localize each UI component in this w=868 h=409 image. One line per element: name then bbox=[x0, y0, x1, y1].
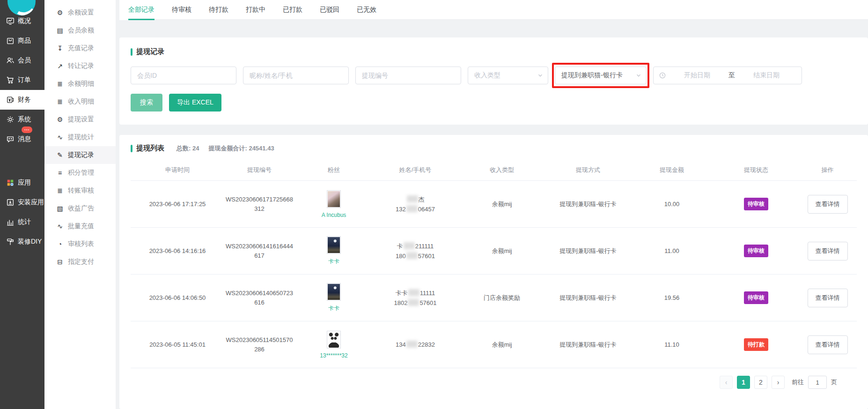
table-row: 2023-06-06 14:16:16WS2023060614161644461… bbox=[131, 228, 857, 275]
tab-pending-review[interactable]: 待审核 bbox=[172, 0, 191, 19]
cell-status: 待审核 bbox=[714, 291, 798, 304]
next-page-button[interactable]: › bbox=[772, 376, 785, 389]
cell-action: 查看详情 bbox=[798, 195, 857, 214]
tab-pending-pay[interactable]: 待打款 bbox=[209, 0, 228, 19]
tab-all-records[interactable]: 全部记录 bbox=[128, 0, 154, 19]
cell-apply-time: 2023-06-05 11:45:01 bbox=[131, 341, 224, 348]
page-button-2[interactable]: 2 bbox=[754, 376, 767, 389]
cell-status: 待打款 bbox=[714, 338, 798, 351]
submenu-item-revenue-ads[interactable]: ▧收益广告 bbox=[44, 200, 116, 217]
view-detail-button[interactable]: 查看详情 bbox=[808, 289, 848, 307]
submenu-item-withdraw-settings[interactable]: ⚙提现设置 bbox=[44, 111, 116, 128]
rail-item-goods[interactable]: 商品 bbox=[0, 31, 44, 51]
rail-item-members[interactable]: 会员 bbox=[0, 51, 44, 70]
submenu-item-balance-settings[interactable]: ⚙余额设置 bbox=[44, 4, 116, 22]
withdraw-method-select[interactable]: 提现到兼职猫-银行卡 bbox=[555, 67, 647, 84]
document-icon: ≣ bbox=[56, 187, 64, 194]
view-detail-button[interactable]: 查看详情 bbox=[808, 335, 848, 354]
fan-name-link[interactable]: 卡卡 bbox=[294, 258, 373, 266]
document-icon: ≣ bbox=[56, 81, 64, 87]
finance-submenu: ⚙余额设置▤会员余额↧充值记录↗转让记录≣余额明细≣收入明细⚙提现设置∿提现统计… bbox=[44, 0, 116, 409]
submenu-item-points-manage[interactable]: ≡积分管理 bbox=[44, 164, 116, 182]
submenu-item-withdraw-stats[interactable]: ∿提现统计 bbox=[44, 128, 116, 146]
page-unit-label: 页 bbox=[831, 378, 837, 387]
rail-item-decorate-diy[interactable]: 装修DIY bbox=[0, 232, 44, 252]
status-tabs: 全部记录待审核待打款打款中已打款已驳回已无效 bbox=[128, 0, 868, 20]
tab-invalid[interactable]: 已无效 bbox=[357, 0, 376, 19]
withdraw-no-input[interactable] bbox=[355, 67, 461, 84]
list-card: 提现列表 总数: 24 提现金额合计: 24541.43 申请时间提现编号粉丝姓… bbox=[119, 135, 868, 409]
submenu-item-batch-recharge[interactable]: ∿批量充值 bbox=[44, 217, 116, 235]
line-chart-icon: ∿ bbox=[56, 223, 64, 230]
fan-name-link[interactable]: 卡卡 bbox=[294, 305, 373, 312]
list-summary: 总数: 24 提现金额合计: 24541.43 bbox=[177, 144, 274, 153]
rail-item-stats[interactable]: 统计 bbox=[0, 212, 44, 232]
member-id-input[interactable] bbox=[131, 67, 236, 84]
main-content: 全部记录待审核待打款打款中已打款已驳回已无效 提现记录 收入类型 提现到兼职猫-… bbox=[116, 0, 868, 409]
rail-item-label: 概况 bbox=[18, 17, 31, 25]
table-row: 2023-06-06 17:17:25WS2023060617172566831… bbox=[131, 181, 857, 228]
page-button-1[interactable]: 1 bbox=[737, 376, 750, 389]
submenu-item-member-balance[interactable]: ▤会员余额 bbox=[44, 22, 116, 39]
column-header: 提现方式 bbox=[546, 166, 630, 174]
rail-item-apps[interactable]: 应用 bbox=[0, 173, 44, 193]
pagination: ‹ 12 › 前往 页 bbox=[131, 368, 857, 395]
users-icon bbox=[6, 56, 15, 65]
app-root: 概况商品会员订单财务系统消息...应用安装应用统计装修DIY ⚙余额设置▤会员余… bbox=[0, 0, 868, 409]
rail-item-install-apps[interactable]: 安装应用 bbox=[0, 193, 44, 212]
submenu-item-balance-detail[interactable]: ≣余额明细 bbox=[44, 75, 116, 93]
tab-paying[interactable]: 打款中 bbox=[246, 0, 265, 19]
rail-item-finance[interactable]: 财务 bbox=[0, 90, 44, 110]
document-icon: ≣ bbox=[56, 98, 64, 105]
submenu-item-withdraw-records[interactable]: ✎提现记录 bbox=[44, 146, 116, 164]
cell-fan: 13*******32 bbox=[294, 331, 373, 359]
submenu-item-transfer-records[interactable]: ↗转让记录 bbox=[44, 57, 116, 75]
view-detail-button[interactable]: 查看详情 bbox=[808, 195, 848, 214]
blurred-text bbox=[407, 195, 418, 202]
table-header-row: 申请时间提现编号粉丝姓名/手机号收入类型提现方式提现金额提现状态操作 bbox=[131, 159, 857, 181]
rail-item-system[interactable]: 系统 bbox=[0, 110, 44, 129]
nickname-input[interactable] bbox=[243, 67, 349, 84]
submenu-item-assigned-payment[interactable]: ⊟指定支付 bbox=[44, 253, 116, 271]
end-date-placeholder: 结束日期 bbox=[737, 71, 796, 80]
cell-withdraw-method: 提现到兼职猫-银行卡 bbox=[546, 247, 630, 255]
submenu-item-label: 充值记录 bbox=[68, 44, 94, 52]
minus-square-icon: ⊟ bbox=[56, 259, 64, 265]
install-box-icon bbox=[6, 198, 15, 207]
view-detail-button[interactable]: 查看详情 bbox=[808, 242, 848, 260]
submenu-item-label: 批量充值 bbox=[68, 222, 94, 231]
submenu-item-recharge-records[interactable]: ↧充值记录 bbox=[44, 39, 116, 57]
cell-name-phone: 卡卡11111180257601 bbox=[373, 288, 457, 308]
rail-item-messages[interactable]: 消息... bbox=[0, 129, 44, 149]
title-accent-bar bbox=[131, 48, 132, 56]
tab-rejected[interactable]: 已驳回 bbox=[320, 0, 339, 19]
rail-item-label: 订单 bbox=[18, 76, 31, 84]
masked-name: 卡211111 bbox=[373, 241, 457, 251]
fan-name-link[interactable]: A Incubus bbox=[294, 212, 373, 218]
paint-roller-icon bbox=[6, 238, 15, 246]
cell-withdraw-method: 提现到兼职猫-银行卡 bbox=[546, 341, 630, 349]
clock-icon bbox=[659, 72, 666, 79]
submenu-item-income-detail[interactable]: ≣收入明细 bbox=[44, 93, 116, 111]
blurred-text bbox=[404, 242, 415, 249]
fan-name-link[interactable]: 13*******32 bbox=[294, 352, 373, 359]
search-button[interactable]: 搜索 bbox=[131, 94, 162, 112]
income-type-select[interactable]: 收入类型 bbox=[468, 67, 548, 84]
cell-status: 待审核 bbox=[714, 245, 798, 257]
rail-item-orders[interactable]: 订单 bbox=[0, 70, 44, 90]
bar-chart-icon bbox=[6, 218, 15, 226]
page-numbers: 12 bbox=[737, 376, 767, 389]
masked-name: 杰 bbox=[373, 194, 457, 204]
submenu-item-audit-list[interactable]: ◔审核列表 bbox=[44, 235, 116, 253]
goto-page-input[interactable] bbox=[808, 376, 827, 389]
wallet-icon bbox=[6, 96, 15, 104]
prev-page-button[interactable]: ‹ bbox=[720, 376, 733, 389]
tab-paid[interactable]: 已打款 bbox=[283, 0, 302, 19]
cell-income-type: 余额mij bbox=[457, 200, 546, 208]
column-header: 申请时间 bbox=[131, 166, 224, 174]
submenu-item-transfer-audit[interactable]: ≣转账审核 bbox=[44, 182, 116, 200]
submenu-item-label: 提现设置 bbox=[68, 115, 94, 124]
date-range-picker[interactable]: 开始日期 至 结束日期 bbox=[653, 67, 802, 84]
export-excel-button[interactable]: 导出 EXCEL bbox=[169, 94, 221, 112]
rail-item-overview[interactable]: 概况 bbox=[0, 11, 44, 31]
